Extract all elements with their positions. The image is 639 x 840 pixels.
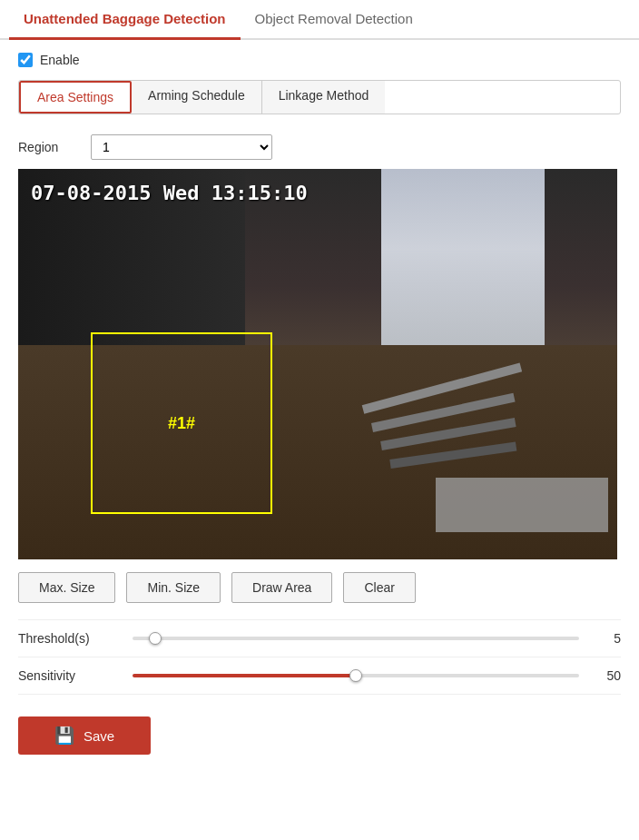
sensitivity-label: Sensitivity [18, 668, 118, 683]
sensitivity-row: Sensitivity 50 [0, 661, 639, 690]
divider-1 [18, 619, 621, 620]
threshold-label: Threshold(s) [18, 631, 118, 646]
divider-3 [18, 694, 621, 695]
sub-tab-bar: Area Settings Arming Schedule Linkage Me… [18, 80, 621, 114]
threshold-value: 5 [594, 631, 621, 646]
video-timestamp: 07-08-2015 Wed 13:15:10 [31, 182, 308, 204]
tab-arming-schedule[interactable]: Arming Schedule [132, 81, 262, 114]
region-label: Region [18, 140, 73, 154]
scene-window [381, 169, 545, 369]
action-buttons-row: Max. Size Min. Size Draw Area Clear [0, 559, 639, 616]
threshold-track [133, 637, 579, 640]
scene-stairs [363, 396, 526, 487]
top-tab-bar: Unattended Baggage Detection Object Remo… [0, 0, 639, 40]
max-size-button[interactable]: Max. Size [18, 572, 115, 603]
min-size-button[interactable]: Min. Size [126, 572, 221, 603]
enable-checkbox[interactable] [18, 53, 33, 67]
save-section: 💾 Save [0, 698, 639, 782]
save-icon: 💾 [54, 726, 74, 746]
tab-unattended-baggage[interactable]: Unattended Baggage Detection [9, 0, 241, 40]
divider-2 [18, 657, 621, 657]
threshold-thumb[interactable] [149, 632, 162, 645]
video-container: #1# 07-08-2015 Wed 13:15:10 [18, 169, 617, 559]
tab-object-removal[interactable]: Object Removal Detection [241, 0, 428, 40]
sensitivity-value: 50 [594, 668, 621, 683]
region-box-label: #1# [168, 414, 195, 433]
enable-label: Enable [40, 53, 80, 67]
tab-area-settings[interactable]: Area Settings [19, 81, 132, 114]
region-select[interactable]: 1 2 3 4 [91, 134, 272, 160]
save-button[interactable]: 💾 Save [18, 716, 151, 755]
draw-area-button[interactable]: Draw Area [231, 572, 332, 603]
tab-linkage-method[interactable]: Linkage Method [262, 81, 386, 114]
threshold-row: Threshold(s) 5 [0, 624, 639, 653]
save-label: Save [84, 728, 114, 744]
scene-graybox [436, 478, 608, 532]
region-box[interactable]: #1# [91, 332, 272, 514]
sensitivity-thumb[interactable] [349, 669, 362, 682]
clear-button[interactable]: Clear [343, 572, 415, 603]
enable-row: Enable [0, 40, 639, 80]
region-row: Region 1 2 3 4 [0, 129, 639, 169]
sensitivity-track [133, 674, 579, 677]
video-scene: #1# 07-08-2015 Wed 13:15:10 [18, 169, 617, 559]
